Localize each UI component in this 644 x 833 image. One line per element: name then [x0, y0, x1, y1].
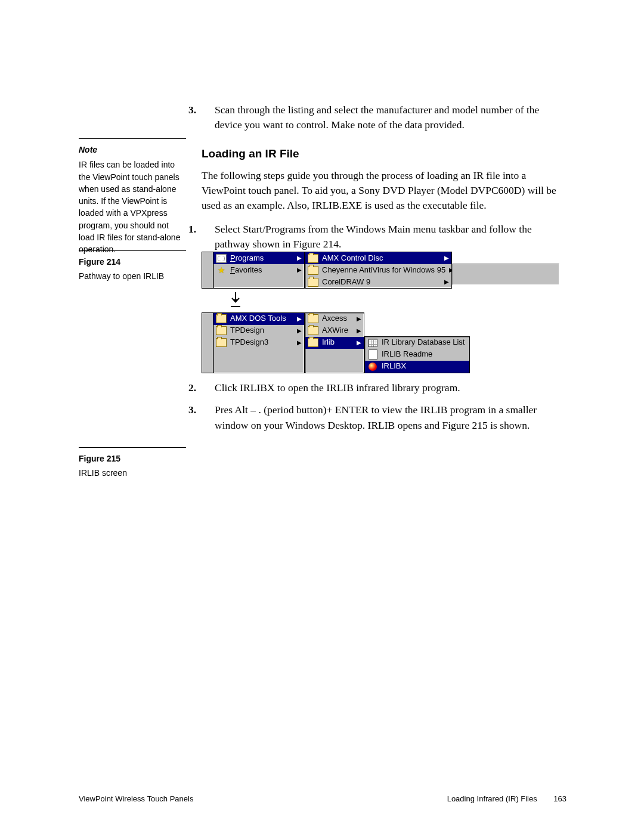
- menu-item[interactable]: IRLIB Readme: [365, 349, 469, 361]
- submenu-arrow-icon: ▶: [297, 254, 302, 263]
- submenu-arrow-icon: ▶: [444, 254, 449, 263]
- submenu-amx: AMX DOS Tools▶TPDesign▶TPDesign3▶: [213, 312, 305, 373]
- step-num: 2.: [202, 380, 215, 395]
- submenu-arrow-icon: ▶: [357, 339, 361, 348]
- menu-item[interactable]: Programs▶: [213, 252, 304, 264]
- note-title: Note: [79, 144, 186, 156]
- step-3-prev: 3.Scan through the listing and select th…: [202, 103, 566, 133]
- submenu-arrow-icon: ▶: [297, 315, 302, 324]
- note-body: IR files can be loaded into the ViewPoin…: [79, 159, 186, 255]
- document-icon: [367, 350, 378, 360]
- rule: [79, 250, 186, 251]
- menu-item-label: AMX Control Disc: [322, 253, 441, 264]
- step-text: Click IRLIBX to open the IRLIB infrared …: [215, 382, 460, 394]
- submenu-arrow-icon: ▶: [297, 327, 302, 336]
- programs-icon: [216, 253, 227, 263]
- footer-left: ViewPoint Wireless Touch Panels: [79, 794, 193, 803]
- rule: [79, 138, 186, 139]
- step-text: Select Start/Programs from the Windows M…: [215, 223, 532, 250]
- step-num: 1.: [202, 222, 215, 237]
- menu-item[interactable]: AMX Control Disc▶: [305, 252, 451, 264]
- section-heading: Loading an IR File: [202, 145, 566, 162]
- folder-icon: [308, 338, 318, 348]
- folder-icon: [308, 314, 318, 324]
- menu-item-label: TPDesign3: [230, 337, 293, 348]
- fig214-label: Figure 214: [79, 256, 186, 268]
- menu-item-label: IRLIB Readme: [382, 349, 459, 360]
- folder-icon: [216, 314, 227, 324]
- folder-icon: [216, 326, 227, 336]
- menu-item-label: Favorites: [230, 265, 293, 276]
- figure-214-menu-pathway: Programs▶★Favorites▶ AMX Control Disc▶Ch…: [202, 252, 566, 373]
- folder-icon: [308, 277, 318, 287]
- intro-paragraph: The following steps guide you through th…: [202, 168, 566, 213]
- step-num: 3.: [202, 402, 215, 417]
- fig214-caption: Pathway to open IRLIB: [79, 270, 186, 282]
- fig215-caption: IRLIB screen: [79, 467, 186, 479]
- start-menu-col1: Programs▶★Favorites▶: [213, 252, 305, 289]
- start-menu-col2: AMX Control Disc▶Cheyenne AntiVirus for …: [305, 252, 452, 289]
- menu-item[interactable]: AXWire▶: [305, 325, 364, 337]
- submenu-arrow-icon: ▶: [297, 266, 302, 275]
- menu-item-label: IRLIBX: [382, 361, 459, 372]
- step-text: Scan through the listing and select the …: [215, 104, 539, 131]
- folder-icon: [308, 326, 318, 336]
- step-3: 3.Pres Alt – . (period button)+ ENTER to…: [202, 402, 566, 433]
- favorites-icon: ★: [216, 265, 227, 275]
- step-num: 3.: [202, 103, 215, 117]
- menu-item-label: AXWire: [322, 325, 353, 336]
- menu-item[interactable]: IRLIBX: [365, 361, 469, 373]
- submenu-arrow-icon: ▶: [357, 315, 361, 324]
- submenu-arrow-icon: ▶: [357, 327, 361, 336]
- step-2: 2.Click IRLIBX to open the IRLIB infrare…: [202, 380, 566, 395]
- menu-item-label: IR Library Database List: [382, 337, 465, 348]
- menu-item[interactable]: AMX DOS Tools▶: [213, 313, 304, 325]
- submenu-arrow-icon: ▶: [297, 339, 302, 348]
- menu-item[interactable]: CorelDRAW 9▶: [305, 276, 451, 288]
- menu-item-label: Irlib: [322, 337, 353, 348]
- menu-item-label: Programs: [230, 253, 293, 264]
- pathway-arrow-icon: [229, 292, 566, 311]
- submenu-dostools: Axcess▶AXWire▶Irlib▶: [305, 312, 364, 373]
- rule: [79, 447, 186, 448]
- submenu-arrow-icon: ▶: [444, 278, 449, 287]
- submenu-irlib: IR Library Database ListIRLIB ReadmeIRLI…: [364, 336, 470, 373]
- menu-item-label: AMX DOS Tools: [230, 313, 293, 324]
- menu-item[interactable]: TPDesign▶: [213, 325, 304, 337]
- menu-item-label: CorelDRAW 9: [322, 277, 441, 288]
- list-icon: [367, 338, 378, 348]
- menu-item-label: TPDesign: [230, 325, 293, 336]
- folder-icon: [308, 265, 318, 275]
- menu-item[interactable]: IR Library Database List: [365, 337, 469, 349]
- app-icon: [367, 362, 378, 371]
- menu-item[interactable]: TPDesign3▶: [213, 337, 304, 349]
- menu-item[interactable]: Cheyenne AntiVirus for Windows 95▶: [305, 264, 451, 276]
- menu-item[interactable]: Irlib▶: [305, 337, 364, 349]
- footer-right: Loading Infrared (IR) Files: [447, 794, 537, 803]
- fig215-label: Figure 215: [79, 453, 186, 465]
- page-number: 163: [553, 794, 566, 803]
- step-text: Pres Alt – . (period button)+ ENTER to v…: [215, 404, 537, 431]
- menu-item-label: Cheyenne AntiVirus for Windows 95: [322, 265, 445, 276]
- page-footer: ViewPoint Wireless Touch Panels Loading …: [79, 794, 566, 803]
- folder-icon: [308, 253, 318, 263]
- menu-item-label: Axcess: [322, 313, 353, 324]
- menu-item[interactable]: ★Favorites▶: [213, 264, 304, 276]
- menu-item[interactable]: Axcess▶: [305, 313, 364, 325]
- folder-icon: [216, 338, 227, 348]
